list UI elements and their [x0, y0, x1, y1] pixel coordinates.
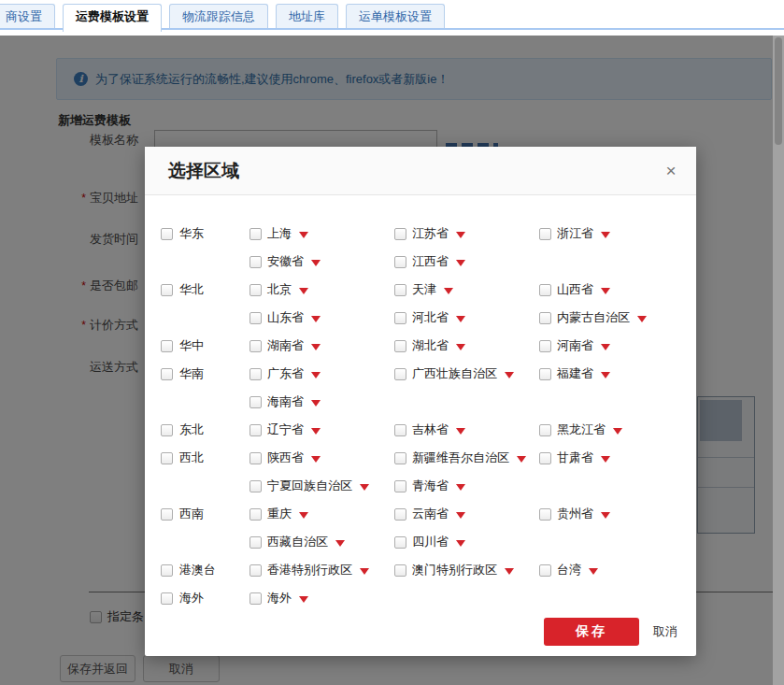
region-checkbox-item[interactable]: 华南 [161, 360, 249, 388]
checkbox-icon[interactable] [394, 452, 406, 464]
region-checkbox-item[interactable]: 华中 [161, 332, 249, 360]
province-item[interactable]: 甘肃省 [539, 444, 684, 472]
close-icon[interactable]: × [659, 159, 683, 183]
province-item[interactable]: 海南省 [249, 388, 394, 416]
dropdown-arrow-icon[interactable] [456, 316, 465, 322]
dropdown-arrow-icon[interactable] [299, 512, 308, 519]
province-item[interactable]: 四川省 [394, 528, 539, 556]
checkbox-icon[interactable] [394, 284, 406, 296]
region-checkbox-item[interactable]: 海外 [161, 584, 249, 612]
checkbox-icon[interactable] [161, 228, 173, 240]
checkbox-icon[interactable] [249, 256, 262, 268]
province-item[interactable]: 海外 [249, 584, 394, 612]
province-item[interactable]: 云南省 [394, 500, 539, 528]
checkbox-icon[interactable] [249, 452, 262, 464]
dropdown-arrow-icon[interactable] [613, 428, 622, 435]
dropdown-arrow-icon[interactable] [311, 316, 321, 322]
checkbox-icon[interactable] [161, 452, 173, 464]
checkbox-icon[interactable] [394, 536, 406, 549]
province-item[interactable]: 澳门特别行政区 [394, 556, 539, 584]
province-item[interactable]: 安徽省 [249, 248, 394, 276]
province-item[interactable]: 广东省 [249, 360, 394, 388]
province-item[interactable]: 天津 [394, 276, 539, 304]
province-item[interactable]: 江苏省 [394, 220, 539, 248]
checkbox-icon[interactable] [249, 424, 262, 436]
checkbox-icon[interactable] [539, 228, 551, 240]
tab-waybill-template-settings[interactable]: 运单模板设置 [346, 4, 445, 29]
checkbox-icon[interactable] [394, 424, 406, 436]
dropdown-arrow-icon[interactable] [444, 288, 453, 294]
province-item[interactable]: 贵州省 [539, 500, 684, 528]
dropdown-arrow-icon[interactable] [601, 456, 610, 463]
province-item[interactable]: 湖南省 [249, 332, 394, 360]
dropdown-arrow-icon[interactable] [637, 316, 647, 322]
province-item[interactable]: 西藏自治区 [249, 528, 394, 556]
save-button[interactable]: 保存 [544, 618, 639, 646]
province-item[interactable]: 北京 [249, 276, 394, 304]
province-item[interactable]: 辽宁省 [249, 416, 394, 444]
dropdown-arrow-icon[interactable] [311, 344, 321, 350]
checkbox-icon[interactable] [394, 368, 406, 380]
province-item[interactable]: 内蒙古自治区 [539, 304, 684, 332]
province-item[interactable]: 福建省 [539, 360, 684, 388]
province-item[interactable]: 宁夏回族自治区 [249, 472, 394, 500]
checkbox-icon[interactable] [539, 312, 551, 324]
scrollbar-thumb[interactable] [775, 37, 782, 145]
province-item[interactable]: 湖北省 [394, 332, 539, 360]
checkbox-icon[interactable] [249, 536, 262, 549]
province-item[interactable]: 山西省 [539, 276, 684, 304]
dropdown-arrow-icon[interactable] [505, 568, 514, 575]
checkbox-icon[interactable] [394, 508, 406, 521]
province-item[interactable]: 青海省 [394, 472, 539, 500]
province-item[interactable]: 上海 [249, 220, 394, 248]
dropdown-arrow-icon[interactable] [335, 540, 345, 547]
dropdown-arrow-icon[interactable] [311, 428, 321, 435]
dropdown-arrow-icon[interactable] [601, 372, 610, 378]
dropdown-arrow-icon[interactable] [601, 512, 610, 519]
region-checkbox-item[interactable]: 西北 [161, 444, 249, 472]
dropdown-arrow-icon[interactable] [311, 400, 321, 407]
checkbox-icon[interactable] [394, 564, 406, 577]
checkbox-icon[interactable] [394, 340, 406, 352]
tab-logistics-tracking[interactable]: 物流跟踪信息 [169, 4, 268, 29]
checkbox-icon[interactable] [539, 340, 551, 352]
checkbox-icon[interactable] [539, 284, 551, 296]
dropdown-arrow-icon[interactable] [299, 232, 308, 238]
dropdown-arrow-icon[interactable] [360, 568, 369, 575]
vertical-scrollbar[interactable] [773, 36, 784, 685]
checkbox-icon[interactable] [539, 368, 551, 380]
region-checkbox-item[interactable]: 华东 [161, 220, 249, 248]
dropdown-arrow-icon[interactable] [456, 232, 465, 238]
checkbox-icon[interactable] [394, 480, 406, 492]
dropdown-arrow-icon[interactable] [456, 344, 465, 350]
checkbox-icon[interactable] [161, 368, 173, 380]
checkbox-icon[interactable] [394, 312, 406, 324]
checkbox-icon[interactable] [161, 340, 173, 352]
province-item[interactable]: 陕西省 [249, 444, 394, 472]
province-item[interactable]: 江西省 [394, 248, 539, 276]
dropdown-arrow-icon[interactable] [589, 568, 598, 575]
dropdown-arrow-icon[interactable] [601, 232, 610, 238]
checkbox-icon[interactable] [394, 256, 406, 268]
checkbox-icon[interactable] [249, 396, 262, 408]
checkbox-icon[interactable] [249, 508, 262, 521]
province-item[interactable]: 河北省 [394, 304, 539, 332]
region-checkbox-item[interactable]: 西南 [161, 500, 249, 528]
dropdown-arrow-icon[interactable] [456, 512, 465, 519]
checkbox-icon[interactable] [161, 592, 173, 605]
province-item[interactable]: 新疆维吾尔自治区 [394, 444, 539, 472]
checkbox-icon[interactable] [161, 424, 173, 436]
dropdown-arrow-icon[interactable] [311, 456, 321, 463]
dropdown-arrow-icon[interactable] [299, 596, 308, 603]
dropdown-arrow-icon[interactable] [517, 456, 526, 463]
province-item[interactable]: 吉林省 [394, 416, 539, 444]
checkbox-icon[interactable] [161, 284, 173, 296]
checkbox-icon[interactable] [539, 424, 551, 436]
province-item[interactable]: 香港特别行政区 [249, 556, 394, 584]
tab-provider-settings[interactable]: 商设置 [0, 4, 55, 29]
tab-freight-template-settings[interactable]: 运费模板设置 [63, 4, 162, 32]
tab-address-book[interactable]: 地址库 [276, 4, 338, 29]
checkbox-icon[interactable] [249, 228, 262, 240]
province-item[interactable]: 台湾 [539, 556, 684, 584]
dropdown-arrow-icon[interactable] [456, 484, 465, 491]
